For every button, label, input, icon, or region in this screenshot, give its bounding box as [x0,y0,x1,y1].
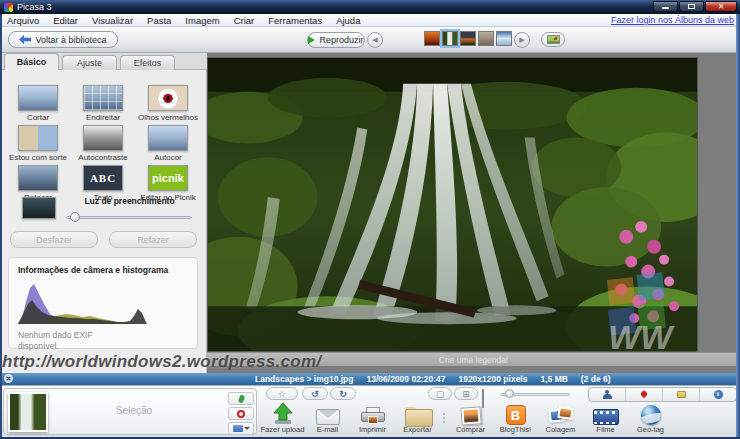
filmstrip-thumbnail-3[interactable] [460,31,476,46]
action-buttons: Fazer upload E-mail Imprimir Exportar Co… [260,401,673,434]
photo-viewer: WW Crie uma legenda! [207,53,740,373]
previous-photo-button[interactable]: ◀ [367,32,383,48]
redo-button[interactable]: Refazer [109,231,197,248]
email-button[interactable]: E-mail [305,401,350,434]
move-selection-button[interactable] [228,422,254,435]
menu-arquivo[interactable]: Arquivo [0,14,46,27]
export-button[interactable]: Exportar [395,401,440,434]
green-pin-icon [237,394,244,403]
fill-light-slider-track[interactable] [66,216,192,219]
crop-icon [18,85,58,111]
printer-icon [361,407,385,425]
rotate-ccw-button[interactable]: ↺ [302,387,328,400]
tool-straighten[interactable]: Endireitar [73,85,133,122]
filmstrip-icon [593,409,619,425]
shop-button[interactable]: Comprar [448,401,493,434]
menu-bar: Arquivo Editar Visualizar Pasta Imagem C… [0,14,740,27]
minimize-button[interactable] [653,1,678,12]
people-button[interactable] [589,388,626,401]
status-position: (2 de 6) [581,374,611,384]
filmstrip-thumbnail-1[interactable] [424,31,440,46]
status-dimensions: 1920x1200 pixels [458,374,527,384]
zoom-slider-thumb[interactable] [505,389,514,398]
auto-color-icon [148,125,188,151]
hold-selection-button[interactable] [228,392,254,405]
menu-criar[interactable]: Criar [227,14,262,27]
picasa-window: Picasa 3 ✕ Arquivo Editar Visualizar Pas… [0,0,740,439]
picasa-logo-icon [4,3,13,12]
clear-selection-button[interactable] [228,407,254,420]
lucky-icon [18,125,58,151]
movie-button[interactable]: Filme [583,401,628,434]
fit-view-button[interactable]: ▢ [428,387,452,400]
tab-basico[interactable]: Básico [4,53,59,70]
close-button[interactable]: ✕ [705,1,737,12]
tool-auto-contrast[interactable]: Autocontraste [73,125,133,162]
histogram [18,278,178,324]
photo-icon [547,35,560,44]
play-slideshow-button[interactable]: Reproduzir [307,32,365,48]
tab-ajuste[interactable]: Ajuste [62,55,117,70]
properties-button[interactable]: i [700,388,736,401]
picnik-logo-icon: picnik [148,165,188,191]
tool-im-feeling-lucky[interactable]: Estou com sorte [8,125,68,162]
bottom-tray: Seleção ☆ ↺ ↻ ▢ ⊞ i Fazer upload [0,385,740,439]
tag-icon [677,391,686,398]
folder-icon [233,425,243,432]
google-earth-globe-icon [641,405,661,425]
photo-info-toggle-group: i [588,387,737,402]
menu-visualizar[interactable]: Visualizar [85,14,140,27]
places-button[interactable] [626,388,663,401]
star-button[interactable]: ☆ [266,387,298,400]
window-border-left [0,14,2,439]
menu-ferramentas[interactable]: Ferramentas [261,14,329,27]
text-abc-icon: ABC [83,165,123,191]
blogger-icon: B [506,405,526,425]
selection-thumbnail[interactable] [8,392,48,432]
person-icon [603,390,612,399]
photo-preview-button[interactable] [541,32,565,47]
menu-imagem[interactable]: Imagem [178,14,226,27]
edit-sidebar: Básico Ajuste Efeitos Cortar Endireitar … [0,53,207,373]
upload-button[interactable]: Fazer upload [260,401,305,434]
filmstrip-thumbnail-5[interactable] [496,31,512,46]
top-toolbar: Voltar à biblioteca Reproduzir ◀ ▶ [0,27,740,53]
rotate-cw-button[interactable]: ↻ [330,387,356,400]
tool-redeye[interactable]: Olhos vermelhos [138,85,198,122]
fill-light-slider[interactable] [66,211,192,223]
fill-light-slider-thumb[interactable] [70,212,80,222]
selection-tray: Seleção [3,388,257,435]
filmstrip-thumbnail-4[interactable] [478,31,494,46]
window-border-right [736,14,740,439]
tool-auto-color[interactable]: Autocor [138,125,198,162]
print-button[interactable]: Imprimir [350,401,395,434]
upload-arrow-icon [272,403,294,425]
exif-message: Nenhum dado EXIF disponível. [18,330,108,351]
web-albums-login-link[interactable]: Fazer login nos Álbuns da web [611,15,734,25]
prev-arrow-icon: ◀ [372,36,377,44]
photo-canvas[interactable]: WW [207,57,698,352]
tags-button[interactable] [663,388,700,401]
envelope-icon [316,409,340,425]
status-close-icon[interactable]: ✕ [4,374,13,383]
geotag-button[interactable]: Geo-tag [628,401,673,434]
menu-ajuda[interactable]: Ajuda [329,14,367,27]
ww-watermark: WW [608,318,675,352]
rotate-ccw-icon: ↺ [311,389,319,399]
back-to-library-button[interactable]: Voltar à biblioteca [8,31,118,48]
menu-pasta[interactable]: Pasta [140,14,178,27]
tab-efeitos[interactable]: Efeitos [120,55,175,70]
straighten-icon [83,85,123,111]
blogthis-button[interactable]: B BlogThis! [493,401,538,434]
next-photo-button[interactable]: ▶ [514,32,530,48]
tool-crop[interactable]: Cortar [8,85,68,122]
maximize-button[interactable] [679,1,704,12]
filmstrip-thumbnail-2-selected[interactable] [442,31,458,46]
export-folder-icon [405,407,431,425]
menu-editar[interactable]: Editar [46,14,85,27]
undo-button[interactable]: Desfazer [10,231,98,248]
status-filesize: 1,5 MB [540,374,567,384]
collage-button[interactable]: Colagem [538,401,583,434]
fill-light-label: Luz de preenchimento [62,196,197,206]
actual-size-button[interactable]: ⊞ [454,387,478,400]
